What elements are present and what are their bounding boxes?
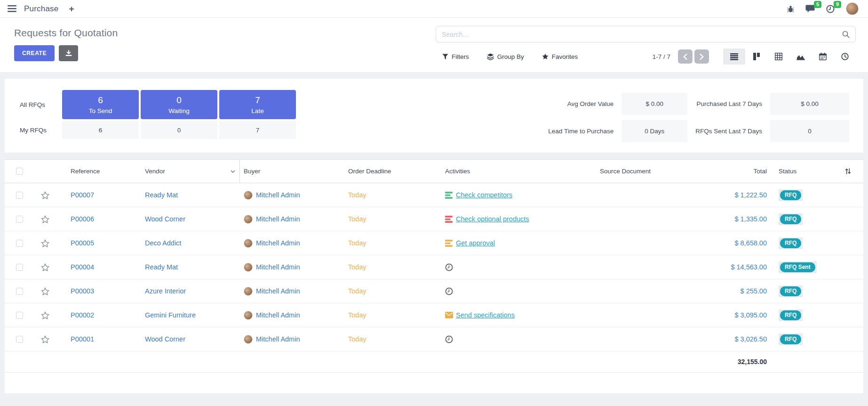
my-to-send-value[interactable]: 6 <box>62 121 139 139</box>
row-checkbox[interactable] <box>16 288 23 295</box>
vendor-link[interactable]: Wood Corner <box>145 215 185 223</box>
table-row[interactable]: P00003 Azure Interior Mitchell Admin Tod… <box>5 279 863 303</box>
table-row[interactable]: P00001 Wood Corner Mitchell Admin Today … <box>5 327 863 351</box>
table-row[interactable]: P00004 Ready Mat Mitchell Admin Today $ … <box>5 255 863 279</box>
activity-cell[interactable] <box>442 335 595 343</box>
favorite-star-icon[interactable] <box>41 287 49 295</box>
favorite-star-icon[interactable] <box>41 215 49 223</box>
reference-link[interactable]: P00001 <box>71 335 94 343</box>
tasks-activity-icon[interactable] <box>445 215 453 223</box>
favorite-star-icon[interactable] <box>41 263 49 271</box>
column-header-vendor[interactable]: Vendor <box>139 160 240 183</box>
table-row[interactable]: P00002 Gemini Furniture Mitchell Admin T… <box>5 303 863 327</box>
activity-view-button[interactable] <box>834 49 856 65</box>
calendar-view-button[interactable] <box>812 49 834 65</box>
column-header-buyer[interactable]: Buyer <box>240 168 346 175</box>
reference-link[interactable]: P00002 <box>71 311 94 319</box>
clock-activity-icon[interactable] <box>445 287 453 295</box>
table-row[interactable]: P00005 Deco Addict Mitchell Admin Today … <box>5 231 863 255</box>
search-icon[interactable] <box>842 31 850 38</box>
plus-icon[interactable]: + <box>69 4 74 14</box>
column-header-source[interactable]: Source Document <box>595 168 696 175</box>
kanban-view-button[interactable] <box>745 49 767 65</box>
activity-link[interactable]: Check optional products <box>456 215 529 223</box>
clock-activity-icon[interactable] <box>445 263 453 271</box>
column-header-total[interactable]: Total <box>696 168 772 175</box>
to-send-card[interactable]: 6 To Send <box>62 90 139 119</box>
activity-cell[interactable] <box>442 263 595 271</box>
reference-link[interactable]: P00007 <box>71 191 94 199</box>
activity-cell[interactable]: Send specifications <box>442 311 595 319</box>
favorites-button[interactable]: Favorites <box>542 53 578 60</box>
row-checkbox[interactable] <box>16 240 23 247</box>
reference-link[interactable]: P00004 <box>71 263 94 271</box>
row-checkbox[interactable] <box>16 192 23 199</box>
calendar-view-icon <box>819 53 827 60</box>
table-row[interactable]: P00007 Ready Mat Mitchell Admin Today Ch… <box>5 183 863 207</box>
favorite-star-icon[interactable] <box>41 335 49 343</box>
search-input[interactable] <box>442 31 842 38</box>
pivot-view-button[interactable] <box>767 49 789 65</box>
tasks-activity-icon[interactable] <box>445 191 453 199</box>
menu-icon[interactable] <box>8 5 16 12</box>
favorite-star-icon[interactable] <box>41 239 49 247</box>
bug-icon[interactable] <box>787 5 794 13</box>
activity-cell[interactable] <box>442 287 595 295</box>
activity-cell[interactable]: Check competitors <box>442 191 595 199</box>
reference-link[interactable]: P00006 <box>71 215 94 223</box>
buyer-link[interactable]: Mitchell Admin <box>256 287 300 295</box>
vendor-link[interactable]: Azure Interior <box>145 287 186 295</box>
favorite-star-icon[interactable] <box>41 191 49 199</box>
group-by-button[interactable]: Group By <box>487 53 524 60</box>
pager-next-button[interactable] <box>694 49 709 64</box>
vendor-link[interactable]: Wood Corner <box>145 335 185 343</box>
status-badge: RFQ <box>780 286 801 296</box>
vendor-link[interactable]: Ready Mat <box>145 191 178 199</box>
row-checkbox[interactable] <box>16 336 23 343</box>
column-header-reference[interactable]: Reference <box>56 168 139 175</box>
download-button[interactable] <box>59 45 78 61</box>
column-header-deadline[interactable]: Order Deadline <box>346 168 442 175</box>
create-button[interactable]: CREATE <box>14 45 55 61</box>
column-header-status[interactable]: Status <box>772 168 833 175</box>
select-all-checkbox[interactable] <box>16 168 23 175</box>
filters-button[interactable]: Filters <box>442 53 469 60</box>
envelope-activity-icon[interactable] <box>445 312 453 318</box>
toggle-columns-icon[interactable] <box>844 168 852 175</box>
tasks-activity-icon[interactable] <box>445 239 453 247</box>
activity-link[interactable]: Check competitors <box>456 191 512 199</box>
late-card[interactable]: 7 Late <box>219 90 296 119</box>
activities-button[interactable]: 9 <box>826 5 835 13</box>
my-waiting-value[interactable]: 0 <box>141 121 217 139</box>
activity-cell[interactable]: Check optional products <box>442 215 595 223</box>
row-checkbox[interactable] <box>16 264 23 271</box>
activity-link[interactable]: Get approval <box>456 239 495 247</box>
buyer-link[interactable]: Mitchell Admin <box>256 335 300 343</box>
buyer-link[interactable]: Mitchell Admin <box>256 263 300 271</box>
waiting-card[interactable]: 0 Waiting <box>141 90 217 119</box>
favorite-star-icon[interactable] <box>41 311 49 319</box>
my-late-value[interactable]: 7 <box>219 121 296 139</box>
pager-previous-button[interactable] <box>678 49 693 64</box>
row-checkbox[interactable] <box>16 216 23 223</box>
column-header-activities[interactable]: Activities <box>442 168 595 175</box>
table-row[interactable]: P00006 Wood Corner Mitchell Admin Today … <box>5 207 863 231</box>
buyer-link[interactable]: Mitchell Admin <box>256 311 300 319</box>
list-view-button[interactable] <box>723 49 745 65</box>
activity-cell[interactable]: Get approval <box>442 239 595 247</box>
buyer-link[interactable]: Mitchell Admin <box>256 191 300 199</box>
vendor-link[interactable]: Deco Addict <box>145 239 181 247</box>
reference-link[interactable]: P00005 <box>71 239 94 247</box>
app-name[interactable]: Purchase <box>24 4 58 14</box>
row-checkbox[interactable] <box>16 312 23 319</box>
buyer-link[interactable]: Mitchell Admin <box>256 239 300 247</box>
activity-link[interactable]: Send specifications <box>456 311 515 319</box>
graph-view-button[interactable] <box>789 49 812 65</box>
user-avatar[interactable] <box>846 2 859 15</box>
clock-activity-icon[interactable] <box>445 335 453 343</box>
reference-link[interactable]: P00003 <box>71 287 94 295</box>
vendor-link[interactable]: Ready Mat <box>145 263 178 271</box>
vendor-link[interactable]: Gemini Furniture <box>145 311 196 319</box>
messages-button[interactable]: 5 <box>805 5 815 13</box>
buyer-link[interactable]: Mitchell Admin <box>256 215 300 223</box>
